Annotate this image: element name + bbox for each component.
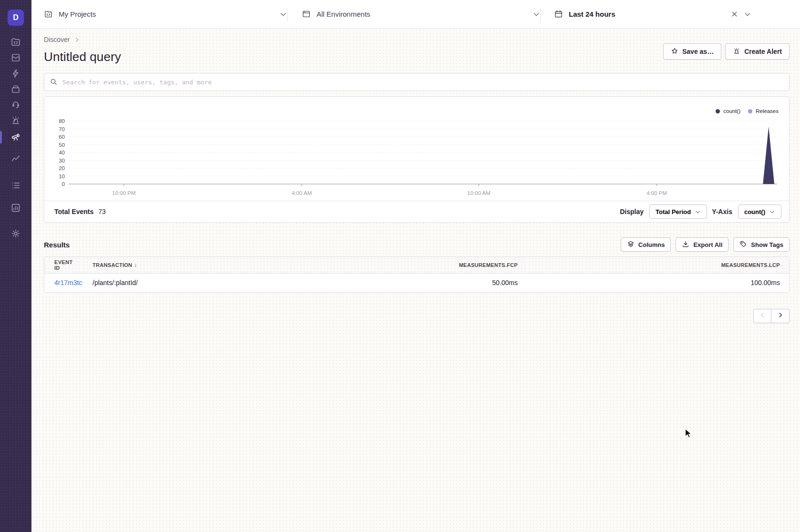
siren-icon	[10, 115, 21, 128]
layers-icon	[627, 240, 635, 249]
total-events-value: 73	[98, 208, 106, 215]
area-chart: 0102030405060708010:00 PM4:00 AM10:00 AM…	[54, 110, 779, 202]
legend-item-count[interactable]: count()	[716, 108, 740, 114]
display-label: Display	[620, 208, 644, 215]
events-chart-panel: count() Releases 0102030405060708010:00 …	[44, 96, 790, 223]
search-bar	[44, 73, 790, 91]
event-id-link[interactable]: 4r17m3tc	[54, 279, 82, 286]
search-input[interactable]	[44, 73, 790, 91]
project-filter[interactable]: My Projects	[31, 0, 287, 28]
results-table: EVENT ID TRANSACTION↓ MEASUREMENTS.FCP M…	[44, 257, 790, 292]
svg-text:4:00 PM: 4:00 PM	[646, 190, 667, 196]
chevron-down-icon[interactable]	[744, 10, 751, 18]
lightning-icon	[10, 68, 21, 81]
discover-page: D	[0, 0, 800, 532]
folder-code-icon	[10, 37, 21, 49]
clear-date-x-icon[interactable]	[731, 10, 738, 18]
sidebar-item-stats[interactable]	[0, 203, 31, 215]
bar-chart-icon	[10, 203, 21, 215]
column-header-transaction[interactable]: TRANSACTION↓	[82, 257, 347, 273]
topbar: My Projects All Environments Last 24 hou…	[31, 0, 800, 29]
sidebar-item-activity[interactable]	[0, 181, 31, 192]
sort-desc-icon: ↓	[134, 262, 137, 268]
chevron-down-icon	[279, 10, 287, 18]
svg-text:50: 50	[59, 142, 65, 148]
folder-code-icon	[44, 10, 53, 19]
column-header-measurements-lcp[interactable]: MEASUREMENTS.LCP	[528, 257, 790, 273]
sidebar-item-settings[interactable]	[0, 229, 31, 240]
sidebar-item-issues[interactable]	[0, 53, 31, 64]
search-icon	[50, 78, 58, 86]
telescope-icon	[10, 131, 21, 143]
svg-text:10:00 AM: 10:00 AM	[467, 190, 491, 196]
sidebar-nav	[0, 37, 31, 245]
event-id-cell: 4r17m3tc	[44, 273, 82, 292]
legend-item-releases[interactable]: Releases	[748, 108, 779, 114]
sidebar-item-alerts[interactable]	[0, 116, 31, 127]
svg-text:20: 20	[59, 165, 65, 171]
date-filter[interactable]: Last 24 hours	[541, 0, 800, 28]
svg-text:0: 0	[62, 181, 65, 187]
gear-icon	[10, 228, 21, 241]
column-header-event-id[interactable]: EVENT ID	[44, 257, 82, 273]
chevron-down-icon	[533, 10, 540, 18]
results-title: Results	[44, 241, 70, 249]
chevron-down-icon	[769, 209, 775, 215]
chevron-right-icon	[74, 37, 80, 43]
tag-icon	[739, 240, 747, 249]
chevron-left-icon	[759, 312, 766, 320]
y-axis-label: Y-Axis	[712, 208, 732, 215]
next-page-button[interactable]	[771, 309, 790, 323]
releases-series-dot	[748, 109, 752, 113]
table-row: 4r17m3tc /plants/:plantId/ 50.00ms 100.0…	[44, 273, 790, 292]
events-chart: 0102030405060708010:00 PM4:00 AM10:00 AM…	[54, 110, 779, 202]
count-series-dot	[716, 109, 720, 113]
transaction-cell: /plants/:plantId/	[82, 273, 347, 292]
previous-page-button[interactable]	[753, 309, 771, 323]
siren-icon	[733, 47, 740, 56]
inbox-stack-icon	[10, 52, 21, 65]
measurements-lcp-cell: 100.00ms	[528, 273, 790, 292]
sidebar-item-releases[interactable]	[0, 84, 31, 96]
sidebar-item-projects[interactable]	[0, 37, 31, 49]
star-icon	[671, 47, 678, 56]
svg-text:70: 70	[59, 126, 65, 132]
main-content: Discover Untitled query Save as… Create …	[31, 29, 800, 532]
y-axis-select[interactable]: count()	[738, 205, 781, 219]
svg-text:30: 30	[59, 158, 65, 164]
chart-legend: count() Releases	[716, 108, 779, 114]
page-header: Discover Untitled query Save as… Create …	[44, 36, 790, 64]
breadcrumb: Discover	[44, 36, 790, 43]
sidebar-item-performance[interactable]	[0, 69, 31, 80]
sidebar: D	[0, 0, 31, 532]
measurements-fcp-cell: 50.00ms	[347, 273, 528, 292]
display-select[interactable]: Total Period	[649, 205, 707, 219]
sidebar-item-discover[interactable]	[0, 132, 31, 143]
svg-text:60: 60	[59, 134, 65, 140]
environment-filter-label: All Environments	[317, 10, 370, 18]
column-header-measurements-fcp[interactable]: MEASUREMENTS.FCP	[347, 257, 528, 273]
line-chart-icon	[10, 153, 21, 165]
svg-text:4:00 AM: 4:00 AM	[292, 190, 312, 196]
create-alert-button[interactable]: Create Alert	[725, 43, 790, 60]
calendar-icon	[554, 10, 563, 19]
sidebar-item-metrics[interactable]	[0, 153, 31, 165]
org-avatar[interactable]: D	[8, 10, 24, 26]
svg-text:10:00 PM: 10:00 PM	[112, 190, 135, 196]
columns-button[interactable]: Columns	[621, 237, 671, 252]
headset-icon	[10, 100, 21, 112]
list-icon	[10, 180, 21, 193]
chevron-right-icon	[777, 312, 784, 320]
show-tags-button[interactable]: Show Tags	[733, 237, 790, 252]
environment-filter[interactable]: All Environments	[287, 0, 540, 28]
results-table-panel: EVENT ID TRANSACTION↓ MEASUREMENTS.FCP M…	[44, 256, 790, 293]
export-all-button[interactable]: Export All	[676, 237, 728, 252]
download-icon	[682, 240, 689, 249]
save-as-button[interactable]: Save as…	[663, 43, 721, 60]
window-icon	[302, 10, 311, 19]
svg-text:10: 10	[59, 174, 65, 179]
breadcrumb-discover[interactable]: Discover	[44, 36, 70, 43]
date-filter-label: Last 24 hours	[569, 10, 615, 18]
table-header-row: EVENT ID TRANSACTION↓ MEASUREMENTS.FCP M…	[44, 257, 790, 273]
sidebar-item-user-feedback[interactable]	[0, 100, 31, 112]
